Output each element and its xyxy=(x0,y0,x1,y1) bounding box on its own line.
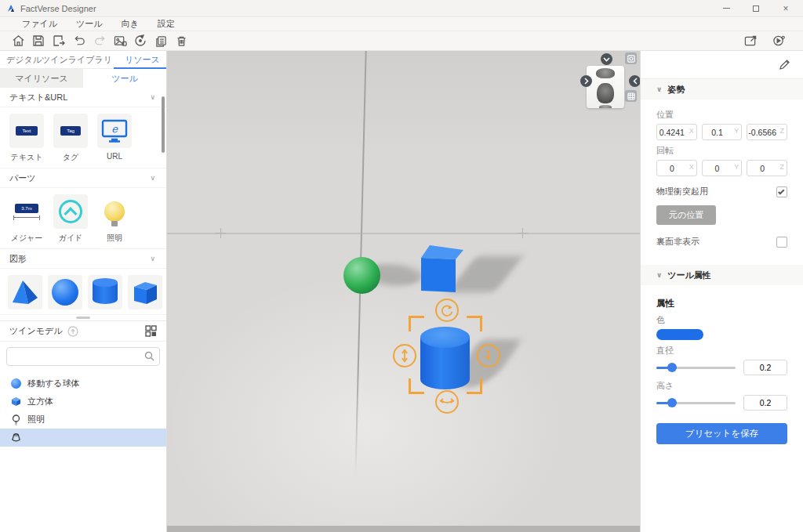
tool-attr-section-title: ツール属性 xyxy=(667,270,711,281)
section-header-text-url[interactable]: テキスト&URL ∨ xyxy=(0,88,166,107)
tool-item-text[interactable]: Text テキスト xyxy=(6,114,47,163)
color-swatch[interactable] xyxy=(656,329,703,340)
edit-pencil-icon[interactable] xyxy=(779,59,790,71)
grid-plus-marker xyxy=(518,228,528,238)
maximize-button[interactable] xyxy=(751,4,761,13)
list-item-light[interactable]: 照明 xyxy=(0,411,166,429)
list-item-moving-sphere[interactable]: 移動する球体 xyxy=(0,375,166,393)
subtab-tools[interactable]: ツール xyxy=(83,69,166,88)
light-bulb-icon xyxy=(104,201,125,222)
preview-button[interactable] xyxy=(740,33,761,49)
physics-collision-checkbox[interactable] xyxy=(776,186,787,197)
menu-bar: ファイル ツール 向き 設定 xyxy=(0,17,803,31)
floor-edge xyxy=(167,526,640,532)
chevron-down-icon: ∨ xyxy=(150,255,155,262)
text-badge-icon: Text xyxy=(16,126,37,136)
tab-digital-twin-library[interactable]: デジタルツインライブラリ xyxy=(0,54,118,66)
pose-section-header[interactable]: ∨ 姿勢 xyxy=(641,79,803,100)
section-header-parts[interactable]: パーツ ∨ xyxy=(0,168,166,188)
chevron-right-icon xyxy=(584,78,589,85)
grid-plus-marker xyxy=(216,228,226,238)
nav-left-button[interactable] xyxy=(580,75,592,87)
tab-resources[interactable]: リソース xyxy=(118,54,166,66)
height-value-input[interactable] xyxy=(743,395,787,411)
redo-button[interactable] xyxy=(89,33,110,49)
rotate-handle[interactable] xyxy=(435,299,459,322)
reset-position-button[interactable]: 元の位置 xyxy=(656,205,716,225)
move-vertical-icon xyxy=(398,349,411,363)
chevron-down-icon: ∨ xyxy=(656,85,662,93)
inspector-panel: ∨ 姿勢 位置 X Y Z 回転 X Y Z 物理衝突起用 元の位置 裏面非表示 xyxy=(640,51,803,532)
shape-item-cube[interactable] xyxy=(126,275,163,309)
section-title: パーツ xyxy=(9,172,36,184)
list-item-cube[interactable]: 立方体 xyxy=(0,393,166,411)
viewport-canvas[interactable] xyxy=(167,51,640,532)
menu-orientation[interactable]: 向き xyxy=(122,18,139,30)
hide-backface-label: 裏面非表示 xyxy=(656,236,699,248)
save-button[interactable] xyxy=(28,33,49,49)
section-title: テキスト&URL xyxy=(9,92,67,103)
rotate-icon xyxy=(440,303,454,317)
focus-view-button[interactable] xyxy=(625,52,637,64)
section-header-shapes[interactable]: 図形 ∨ xyxy=(0,249,166,269)
tool-item-measure[interactable]: 3.7m メジャー xyxy=(6,194,47,244)
height-slider-thumb[interactable] xyxy=(667,398,677,407)
category-grid-icon[interactable] xyxy=(145,325,157,337)
sidebar-scrollbar[interactable] xyxy=(162,96,165,153)
diameter-value-input[interactable] xyxy=(743,360,787,375)
minimize-button[interactable] xyxy=(721,4,731,13)
diameter-slider-thumb[interactable] xyxy=(667,363,677,372)
diameter-slider[interactable] xyxy=(656,362,736,373)
height-slider[interactable] xyxy=(656,397,736,408)
tool-attr-section-header[interactable]: ∨ ツール属性 xyxy=(641,265,803,285)
subtab-my-resources[interactable]: マイリソース xyxy=(0,69,83,88)
orbit-horizontal-handle[interactable] xyxy=(435,390,459,414)
orbit-vertical-handle[interactable] xyxy=(477,344,500,367)
toolbar xyxy=(0,31,803,51)
resource-subtabs: マイリソース ツール xyxy=(0,69,166,88)
window-title: FactVerse Designer xyxy=(20,4,96,13)
close-button[interactable]: × xyxy=(781,4,790,13)
reset-view-button[interactable] xyxy=(130,33,151,49)
menu-tools[interactable]: ツール xyxy=(76,18,103,30)
twin-model-search xyxy=(6,347,160,366)
tool-item-url[interactable]: e URL xyxy=(94,114,135,163)
blue-cube-object[interactable] xyxy=(420,244,465,294)
grid-toggle-button[interactable] xyxy=(625,90,637,102)
list-item-cylinder-selected[interactable] xyxy=(0,429,166,447)
tool-item-light[interactable]: 照明 xyxy=(94,194,135,244)
cylinder-icon xyxy=(93,278,118,306)
grid-lighting-overlay xyxy=(167,51,640,532)
hide-backface-checkbox[interactable] xyxy=(776,237,787,248)
cube-icon xyxy=(131,279,159,306)
delete-button[interactable] xyxy=(171,33,191,49)
search-input[interactable] xyxy=(6,347,160,366)
tool-item-guide[interactable]: ガイド xyxy=(50,194,91,244)
twin-model-header: ツインモデル xyxy=(0,321,166,342)
chevron-down-icon: ∨ xyxy=(150,174,155,182)
save-preset-button[interactable]: プリセットを保存 xyxy=(656,423,787,444)
sphere-icon xyxy=(52,279,78,306)
move-vertical-handle[interactable] xyxy=(393,344,416,367)
nav-up-button[interactable] xyxy=(601,53,612,65)
selection-brackets xyxy=(409,316,482,394)
nav-right-button[interactable] xyxy=(629,75,640,87)
duplicate-button[interactable] xyxy=(151,33,171,49)
left-sidebar: デジタルツインライブラリ リソース マイリソース ツール テキスト&URL ∨ … xyxy=(0,51,167,532)
shape-item-cylinder[interactable] xyxy=(86,275,123,309)
undo-button[interactable] xyxy=(69,33,89,49)
run-button[interactable] xyxy=(768,33,789,49)
snapshot-button[interactable] xyxy=(110,33,130,49)
orbit-horizontal-icon xyxy=(439,396,455,407)
panel-resize-handle[interactable] xyxy=(0,315,166,321)
menu-settings[interactable]: 設定 xyxy=(158,18,175,30)
tool-item-tag[interactable]: Tag タグ xyxy=(50,114,91,163)
menu-file[interactable]: ファイル xyxy=(22,18,57,30)
upload-icon[interactable] xyxy=(67,326,78,337)
shape-item-sphere[interactable] xyxy=(46,275,83,309)
green-sphere-object[interactable] xyxy=(343,257,380,294)
view-cube[interactable] xyxy=(587,66,624,108)
save-as-button[interactable] xyxy=(49,33,69,49)
shape-item-pyramid[interactable] xyxy=(6,275,43,309)
home-button[interactable] xyxy=(8,33,28,49)
